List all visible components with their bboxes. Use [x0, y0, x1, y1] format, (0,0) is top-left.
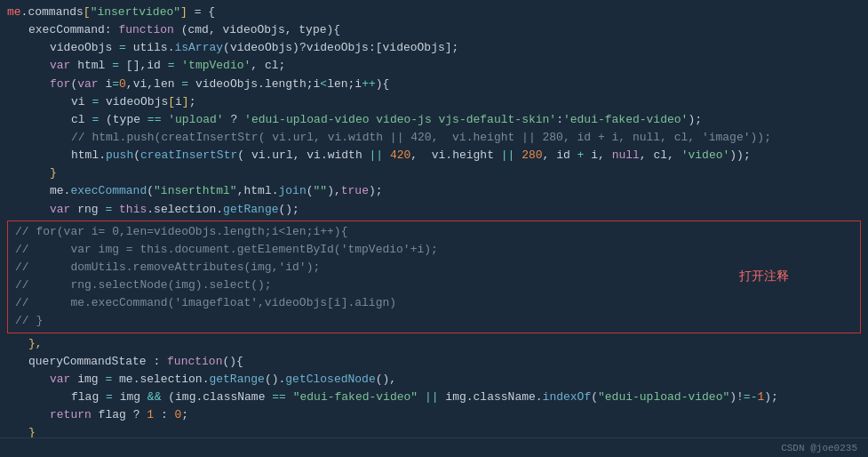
code-line-1: me.commands["insertvideo"] = {	[0, 4, 868, 21]
cmt-line-5: // me.execCommand('imagefloat',videoObjs…	[8, 294, 860, 312]
code-line-7: cl = (type == 'upload' ? 'edui-upload-vi…	[0, 111, 868, 129]
bottom-bar: CSDN @joe0235	[0, 437, 868, 457]
code-line-5: for(var i=0,vi,len = videoObjs.length;i<…	[0, 76, 868, 93]
cmt-line-6: // }	[8, 312, 860, 330]
code-line-16: flag = img && (img.className == "edui-fa…	[0, 389, 868, 406]
brand-label: CSDN @joe0235	[781, 443, 857, 453]
code-line-3: videoObjs = utils.isArray(videoObjs)?vid…	[0, 39, 868, 57]
code-line-15: var img = me.selection.getRange().getClo…	[0, 371, 868, 389]
code-line-12: var rng = this.selection.getRange();	[0, 201, 868, 219]
code-line-4: var html = [],id = 'tmpVedio', cl;	[0, 57, 868, 75]
code-editor: me.commands["insertvideo"] = { execComma…	[0, 0, 868, 457]
code-line-9: html.push(creatInsertStr( vi.url, vi.wid…	[0, 147, 868, 164]
commented-code-block: // for(var i= 0,len=videoObjs.length;i<l…	[7, 220, 861, 333]
code-line-14: queryCommandState : function(){	[0, 353, 868, 371]
cmt-line-1: // for(var i= 0,len=videoObjs.length;i<l…	[8, 223, 860, 241]
cmt-line-4: // rng.selectNode(img).select();	[8, 277, 860, 294]
code-line-8-cmt: // html.push(creatInsertStr( vi.url, vi.…	[0, 129, 868, 147]
cmt-line-2: // var img = this.document.getElementByI…	[8, 241, 860, 259]
token-me: me	[7, 4, 21, 21]
code-line-17: return flag ? 1 : 0;	[0, 406, 868, 424]
code-line-2: execCommand: function (cmd, videoObjs, t…	[0, 21, 868, 39]
code-line-10: }	[0, 164, 868, 182]
cmt-line-3: // domUtils.removeAttributes(img,'id');	[8, 259, 860, 277]
code-line-13: },	[0, 335, 868, 353]
code-line-6: vi = videoObjs[i];	[0, 93, 868, 111]
code-line-11: me.execCommand("inserthtml",html.join(""…	[0, 182, 868, 200]
